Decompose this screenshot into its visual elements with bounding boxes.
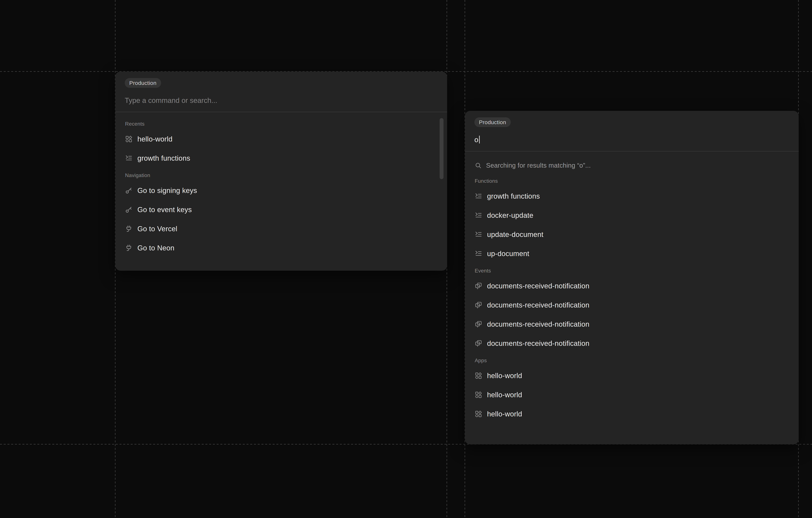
command-item-label: Go to event keys: [137, 206, 192, 214]
command-item-label: Go to Neon: [137, 244, 174, 252]
command-item-label: growth functions: [487, 192, 540, 200]
command-item[interactable]: documents-received-notification: [465, 315, 799, 334]
app-icon: [475, 410, 482, 418]
command-item-label: Go to Vercel: [137, 225, 177, 233]
environment-badge[interactable]: Production: [125, 78, 161, 88]
plug-icon: [125, 244, 133, 252]
command-palette-left: Production Type a command or search... R…: [115, 71, 447, 271]
command-item[interactable]: growth functions: [115, 149, 447, 168]
command-palette-right: Production o Searching for results match…: [465, 111, 799, 444]
function-icon: [475, 250, 482, 257]
command-item[interactable]: documents-received-notification: [465, 296, 799, 315]
command-item[interactable]: hello-world: [465, 385, 799, 404]
command-item[interactable]: growth functions: [465, 187, 799, 206]
command-item[interactable]: docker-update: [465, 206, 799, 225]
command-item[interactable]: Go to event keys: [115, 200, 447, 219]
command-search-input[interactable]: o: [474, 135, 789, 151]
event-icon: [475, 340, 482, 347]
search-status-text: Searching for results matching “o”...: [486, 162, 591, 169]
command-item-label: up-document: [487, 250, 529, 258]
command-item-label: hello-world: [137, 135, 172, 143]
function-icon: [475, 192, 482, 200]
palette-header: Production o: [465, 111, 799, 151]
command-item[interactable]: Go to Vercel: [115, 219, 447, 238]
command-item[interactable]: hello-world: [115, 129, 447, 149]
function-icon: [475, 212, 482, 219]
key-icon: [125, 187, 133, 194]
event-icon: [475, 282, 482, 290]
command-item-label: update-document: [487, 231, 543, 239]
command-item-label: Go to signing keys: [137, 186, 197, 194]
environment-badge[interactable]: Production: [474, 117, 511, 127]
command-list: Searching for results matching “o”... Fu…: [465, 151, 799, 428]
event-icon: [475, 301, 482, 309]
palette-header: Production Type a command or search...: [115, 71, 447, 112]
command-item[interactable]: documents-received-notification: [465, 276, 799, 296]
text-cursor: [479, 136, 480, 144]
section-label: Events: [465, 263, 799, 276]
app-icon: [475, 391, 482, 399]
command-item-label: docker-update: [487, 211, 533, 219]
command-item-label: documents-received-notification: [487, 282, 589, 290]
command-item-label: hello-world: [487, 391, 522, 399]
command-search-input[interactable]: Type a command or search...: [125, 96, 437, 112]
command-item[interactable]: Go to signing keys: [115, 181, 447, 200]
section-label: Apps: [465, 353, 799, 366]
search-status: Searching for results matching “o”...: [465, 157, 799, 174]
section-label: Functions: [465, 174, 799, 187]
scrollbar-thumb[interactable]: [440, 118, 443, 179]
function-icon: [475, 231, 482, 238]
function-icon: [125, 154, 133, 162]
section-label: Navigation: [115, 168, 447, 181]
canvas-background: { "colors":{ "background":"#0b0b0b","pan…: [0, 0, 812, 518]
command-item[interactable]: hello-world: [465, 366, 799, 385]
key-icon: [125, 206, 133, 213]
command-list: Recentshello-worldgrowth functionsNaviga…: [115, 112, 447, 263]
command-item-label: hello-world: [487, 410, 522, 418]
command-item-label: documents-received-notification: [487, 339, 589, 347]
input-placeholder: Type a command or search...: [125, 96, 217, 104]
plug-icon: [125, 225, 133, 233]
event-icon: [475, 321, 482, 328]
command-item-label: hello-world: [487, 372, 522, 380]
command-item[interactable]: up-document: [465, 244, 799, 263]
command-item[interactable]: hello-world: [465, 404, 799, 424]
app-icon: [125, 135, 133, 143]
app-icon: [475, 372, 482, 379]
command-item-label: growth functions: [137, 154, 190, 162]
command-item-label: documents-received-notification: [487, 301, 589, 309]
command-item[interactable]: documents-received-notification: [465, 334, 799, 353]
section-label: Recents: [115, 116, 447, 129]
search-icon: [475, 162, 482, 169]
command-item[interactable]: update-document: [465, 225, 799, 244]
input-value: o: [474, 136, 478, 144]
command-item[interactable]: Go to Neon: [115, 238, 447, 257]
command-item-label: documents-received-notification: [487, 320, 589, 328]
